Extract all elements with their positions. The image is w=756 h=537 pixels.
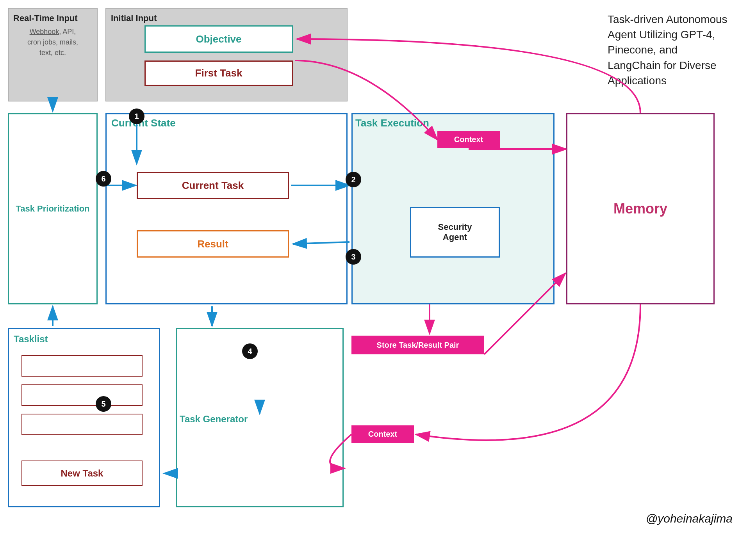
context-button-top: Context [437, 131, 500, 148]
result-label: Result [197, 238, 228, 250]
tasklist-label: Tasklist [14, 334, 48, 345]
tasklist-new-task: New Task [21, 461, 143, 486]
memory-label: Memory [613, 201, 667, 217]
first-task-box: First Task [144, 60, 293, 86]
task-prioritization-label: Task Prioritization [16, 203, 89, 215]
tasklist-item-2 [21, 384, 143, 406]
step-4-circle: 4 [242, 343, 258, 359]
watermark: @yoheinakajima [646, 512, 733, 525]
real-time-input-content: Webhook, API,cron jobs, mails,text, etc. [9, 27, 97, 58]
tasklist-item-1 [21, 355, 143, 377]
store-pair-button: Store Task/Result Pair [351, 336, 484, 354]
page-title: Task-driven Autonomous Agent Utilizing G… [608, 12, 733, 88]
task-generator-label: Task Generator [180, 414, 248, 425]
security-agent-box: SecurityAgent [410, 207, 500, 258]
context-bottom-label: Context [368, 430, 397, 439]
result-box: Result [137, 230, 289, 258]
real-time-input-box: Real-Time Input Webhook, API,cron jobs, … [8, 8, 98, 101]
initial-input-title: Initial Input [106, 9, 347, 27]
store-pair-label: Store Task/Result Pair [377, 341, 459, 350]
step-2-circle: 2 [346, 172, 361, 187]
diagram: Task-driven Autonomous Agent Utilizing G… [0, 0, 756, 537]
security-agent-label: SecurityAgent [438, 222, 472, 242]
step-1-circle: 1 [129, 108, 144, 124]
real-time-input-title: Real-Time Input [9, 9, 97, 27]
first-task-label: First Task [195, 67, 242, 79]
current-task-box: Current Task [137, 172, 289, 199]
initial-input-box: Initial Input [105, 8, 348, 101]
current-task-label: Current Task [182, 180, 244, 192]
objective-label: Objective [196, 33, 241, 45]
step-3-circle: 3 [346, 249, 361, 265]
step-6-circle: 6 [96, 171, 111, 187]
tasklist-item-3 [21, 414, 143, 435]
current-state-box [105, 113, 348, 304]
task-execution-label: Task Execution [355, 117, 429, 129]
step-5-circle: 5 [96, 396, 111, 412]
task-prioritization-box: Task Prioritization [8, 113, 98, 304]
objective-box: Objective [144, 25, 293, 53]
context-top-label: Context [454, 135, 483, 144]
new-task-label: New Task [61, 468, 103, 479]
context-button-bottom: Context [351, 425, 414, 443]
memory-box: Memory [566, 113, 715, 304]
